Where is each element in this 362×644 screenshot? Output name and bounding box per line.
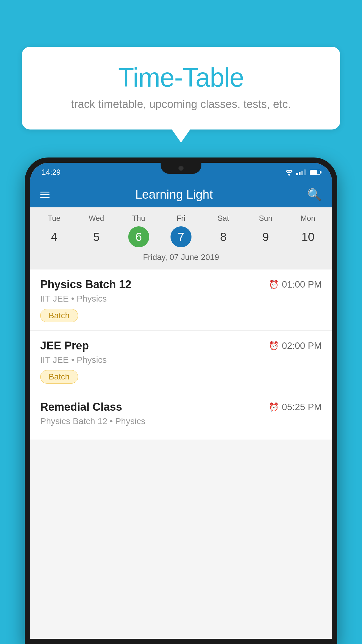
schedule-item-3[interactable]: Remedial Class ⏰ 05:25 PM Physics Batch … bbox=[30, 392, 332, 440]
clock-icon-3: ⏰ bbox=[269, 402, 279, 412]
schedule-item-1-header: Physics Batch 12 ⏰ 01:00 PM bbox=[40, 278, 322, 291]
schedule-meta-1: IIT JEE • Physics bbox=[40, 294, 322, 304]
day-numbers: 4 5 6 7 8 9 10 bbox=[30, 224, 332, 250]
day-label-fri: Fri bbox=[160, 213, 202, 224]
schedule-meta-2: IIT JEE • Physics bbox=[40, 355, 322, 365]
day-labels: Tue Wed Thu Fri Sat Sun Mon bbox=[30, 213, 332, 224]
schedule-time-value-1: 01:00 PM bbox=[282, 279, 322, 290]
day-6-today[interactable]: 6 bbox=[128, 226, 149, 247]
schedule-item-3-header: Remedial Class ⏰ 05:25 PM bbox=[40, 401, 322, 413]
day-7-selected[interactable]: 7 bbox=[171, 226, 191, 247]
schedule-item-2[interactable]: JEE Prep ⏰ 02:00 PM IIT JEE • Physics Ba… bbox=[30, 331, 332, 392]
day-label-thu: Thu bbox=[117, 213, 160, 224]
schedule-time-3: ⏰ 05:25 PM bbox=[269, 402, 322, 412]
bubble-subtitle: track timetable, upcoming classes, tests… bbox=[39, 98, 323, 111]
app-header: Learning Light 🔍 bbox=[30, 182, 332, 207]
day-label-sat: Sat bbox=[202, 213, 245, 224]
schedule-time-value-2: 02:00 PM bbox=[282, 340, 322, 351]
schedule-list: Physics Batch 12 ⏰ 01:00 PM IIT JEE • Ph… bbox=[30, 270, 332, 440]
phone-screen: 14:29 bbox=[30, 163, 332, 639]
wifi-icon bbox=[285, 169, 293, 176]
svg-point-0 bbox=[288, 174, 290, 176]
day-5[interactable]: 5 bbox=[75, 226, 117, 247]
selected-date: Friday, 07 June 2019 bbox=[30, 250, 332, 267]
calendar-week: Tue Wed Thu Fri Sat Sun Mon 4 5 6 7 8 9 … bbox=[30, 207, 332, 270]
day-label-mon: Mon bbox=[287, 213, 329, 224]
status-icons bbox=[285, 169, 320, 176]
batch-tag-1: Batch bbox=[40, 309, 78, 322]
phone-mockup: 14:29 bbox=[25, 158, 337, 644]
bubble-title: Time-Table bbox=[39, 63, 323, 93]
camera bbox=[178, 166, 184, 171]
search-icon[interactable]: 🔍 bbox=[307, 188, 322, 202]
schedule-time-1: ⏰ 01:00 PM bbox=[269, 279, 322, 290]
status-bar: 14:29 bbox=[30, 163, 332, 182]
day-9[interactable]: 9 bbox=[245, 226, 287, 247]
clock-icon-1: ⏰ bbox=[269, 280, 279, 289]
schedule-item-1[interactable]: Physics Batch 12 ⏰ 01:00 PM IIT JEE • Ph… bbox=[30, 270, 332, 331]
menu-icon[interactable] bbox=[40, 192, 50, 198]
day-10[interactable]: 10 bbox=[287, 226, 329, 247]
day-label-tue: Tue bbox=[33, 213, 75, 224]
battery-icon bbox=[310, 170, 320, 175]
schedule-time-2: ⏰ 02:00 PM bbox=[269, 340, 322, 351]
speech-bubble: Time-Table track timetable, upcoming cla… bbox=[22, 47, 340, 130]
schedule-meta-3: Physics Batch 12 • Physics bbox=[40, 416, 322, 426]
schedule-time-value-3: 05:25 PM bbox=[282, 402, 322, 412]
batch-tag-2: Batch bbox=[40, 370, 78, 384]
notch bbox=[161, 163, 201, 174]
day-label-wed: Wed bbox=[75, 213, 117, 224]
schedule-title-2: JEE Prep bbox=[40, 340, 89, 352]
app-title: Learning Light bbox=[50, 188, 298, 202]
status-time: 14:29 bbox=[42, 168, 61, 177]
schedule-title-3: Remedial Class bbox=[40, 401, 122, 413]
schedule-title-1: Physics Batch 12 bbox=[40, 278, 131, 291]
day-label-sun: Sun bbox=[245, 213, 287, 224]
day-8[interactable]: 8 bbox=[202, 226, 245, 247]
schedule-item-2-header: JEE Prep ⏰ 02:00 PM bbox=[40, 340, 322, 352]
day-4[interactable]: 4 bbox=[33, 226, 75, 247]
signal-icon bbox=[296, 169, 306, 175]
clock-icon-2: ⏰ bbox=[269, 341, 279, 351]
